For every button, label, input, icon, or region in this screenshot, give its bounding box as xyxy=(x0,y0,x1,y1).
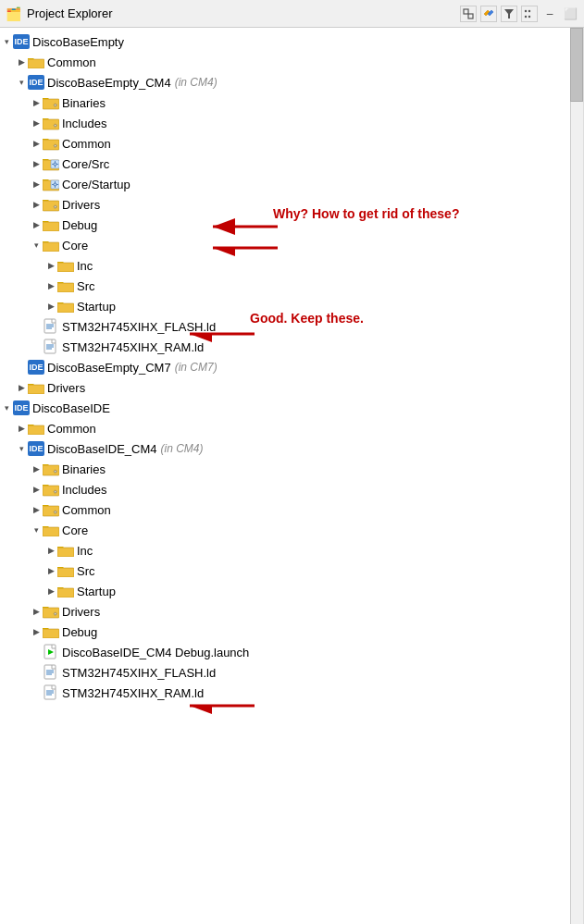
chevron-collapsed[interactable]: ▶ xyxy=(15,422,28,435)
node-label: Drivers xyxy=(62,198,100,212)
svg-point-33 xyxy=(55,206,56,208)
title-bar-title: Project Explorer xyxy=(27,6,112,20)
chevron-collapsed[interactable]: ▶ xyxy=(30,462,43,475)
chevron-collapsed[interactable]: ▶ xyxy=(15,381,28,394)
chevron-expanded[interactable]: ▾ xyxy=(15,442,28,455)
chevron-collapsed[interactable]: ▶ xyxy=(30,157,43,170)
svg-point-64 xyxy=(55,613,56,615)
tree-row-common-4[interactable]: ▶ Common xyxy=(0,499,583,520)
chevron-collapsed[interactable]: ▶ xyxy=(30,178,43,191)
tree-row-debug-1[interactable]: ▶ Debug xyxy=(0,215,583,235)
tree-row-disco-ide[interactable]: ▾IDEDiscoBaseIDE xyxy=(0,398,583,418)
tree-row-common-2[interactable]: ▶ Common xyxy=(0,133,583,154)
tree-row-core-2[interactable]: ▾ Core xyxy=(0,520,583,540)
chevron-expanded[interactable]: ▾ xyxy=(30,239,43,252)
title-bar: 🗂️ Project Explorer – ⬜ xyxy=(0,0,584,28)
tree-row-drivers-2[interactable]: ▶ Drivers xyxy=(0,377,583,398)
folder-icon xyxy=(43,625,59,638)
tree-row-startup-2[interactable]: ▶ Startup xyxy=(0,581,583,601)
tree-row-disco-cm7[interactable]: IDEDiscoBaseEmpty_CM7(in CM7) xyxy=(0,357,583,377)
chevron-closed[interactable] xyxy=(15,361,28,374)
tree-row-drivers-1[interactable]: ▶ Drivers xyxy=(0,194,583,215)
svg-marker-2 xyxy=(504,9,514,18)
chevron-expanded[interactable]: ▾ xyxy=(30,524,43,536)
gear-folder-icon xyxy=(43,196,59,213)
tree-row-drivers-3[interactable]: ▶ Drivers xyxy=(0,601,583,622)
chevron-collapsed[interactable]: ▶ xyxy=(15,55,28,68)
node-label: STM32H745XIHX_RAM.ld xyxy=(62,340,204,354)
node-label: STM32H745XIHX_RAM.ld xyxy=(62,686,204,700)
scrollbar-thumb[interactable] xyxy=(570,28,583,102)
tree-row-binaries-2[interactable]: ▶ Binaries xyxy=(0,459,583,479)
tree-row-flash-1[interactable]: STM32H745XIHX_FLASH.ld xyxy=(0,316,583,337)
tree-row-includes-2[interactable]: ▶ Includes xyxy=(0,479,583,499)
node-label: Core/Startup xyxy=(62,178,130,191)
gear-folder-icon xyxy=(43,603,59,620)
chevron-collapsed[interactable]: ▶ xyxy=(44,585,57,598)
menu-icon[interactable] xyxy=(521,6,538,22)
tree-row-debug-2[interactable]: ▶ Debug xyxy=(0,622,583,642)
node-label: Src xyxy=(77,564,95,578)
maximize-icon[interactable]: ⬜ xyxy=(562,6,578,22)
svg-rect-34 xyxy=(43,222,59,231)
filter-icon[interactable] xyxy=(501,6,517,22)
scrollbar[interactable] xyxy=(570,28,583,924)
chevron-collapsed[interactable]: ▶ xyxy=(30,117,43,129)
node-label: Debug xyxy=(62,625,97,639)
tree-row-inc-2[interactable]: ▶ Inc xyxy=(0,540,583,561)
node-label: STM32H745XIHX_FLASH.ld xyxy=(62,320,216,334)
tree-row-ram-2[interactable]: STM32H745XIHX_RAM.ld xyxy=(0,683,583,703)
chevron-collapsed[interactable]: ▶ xyxy=(44,300,57,313)
tree-row-flash-2[interactable]: STM32H745XIHX_FLASH.ld xyxy=(0,662,583,683)
tree-row-startup-1[interactable]: ▶ Startup xyxy=(0,296,583,316)
node-label: DiscoBaseIDE_CM4 Debug.launch xyxy=(62,646,249,659)
chevron-collapsed[interactable]: ▶ xyxy=(30,218,43,231)
node-label: Includes xyxy=(62,117,106,130)
tree-row-core-startup[interactable]: ▶ Core/Startup xyxy=(0,174,583,194)
folder-icon xyxy=(57,585,74,598)
minimize-icon[interactable]: – xyxy=(541,6,558,22)
folder-icon xyxy=(28,381,44,394)
tree-row-inc-1[interactable]: ▶ Inc xyxy=(0,255,583,276)
tree-row-includes-1[interactable]: ▶ Includes xyxy=(0,113,583,133)
node-label: Debug xyxy=(62,218,97,232)
link-editor-icon[interactable] xyxy=(480,6,497,22)
chevron-collapsed[interactable]: ▶ xyxy=(30,625,43,638)
tree-row-disco-ide-cm4[interactable]: ▾IDEDiscoBaseIDE_CM4(in CM4) xyxy=(0,438,583,459)
tree-row-disco-base-empty[interactable]: ▾IDEDiscoBaseEmpty xyxy=(0,31,583,52)
chevron-expanded[interactable]: ▾ xyxy=(15,76,28,89)
folder-icon xyxy=(57,279,74,292)
chevron-collapsed[interactable]: ▶ xyxy=(30,96,43,109)
collapse-all-icon[interactable] xyxy=(460,6,477,22)
tree-row-core-src[interactable]: ▶ Core/Src xyxy=(0,154,583,174)
tree-row-core-1[interactable]: ▾ Core xyxy=(0,235,583,255)
chevron-expanded[interactable]: ▾ xyxy=(0,401,13,414)
tree-row-src-1[interactable]: ▶ Src xyxy=(0,276,583,296)
tree-row-disco-cm4[interactable]: ▾IDEDiscoBaseEmpty_CM4(in CM4) xyxy=(0,72,583,92)
svg-point-54 xyxy=(55,491,56,493)
tree-row-debug-launch[interactable]: DiscoBaseIDE_CM4 Debug.launch xyxy=(0,642,583,662)
tree-row-common-1[interactable]: ▶ Common xyxy=(0,52,583,72)
node-label: DiscoBaseEmpty_CM4 xyxy=(47,76,171,90)
tree-container: ▾IDEDiscoBaseEmpty▶ Common▾IDEDiscoBaseE… xyxy=(0,28,584,924)
tree-row-binaries-1[interactable]: ▶ Binaries xyxy=(0,92,583,113)
tree-row-src-2[interactable]: ▶ Src xyxy=(0,561,583,581)
tree-row-ram-1[interactable]: STM32H745XIHX_RAM.ld xyxy=(0,337,583,357)
chevron-expanded[interactable]: ▾ xyxy=(0,35,13,48)
node-label: DiscoBaseEmpty xyxy=(32,35,124,49)
chevron-collapsed[interactable]: ▶ xyxy=(44,564,57,577)
chevron-collapsed[interactable]: ▶ xyxy=(44,544,57,557)
node-label: Src xyxy=(77,279,95,293)
chevron-collapsed[interactable]: ▶ xyxy=(30,605,43,618)
chevron-collapsed[interactable]: ▶ xyxy=(44,259,57,272)
node-label-suffix: (in CM7) xyxy=(175,361,217,374)
chevron-collapsed[interactable]: ▶ xyxy=(30,503,43,516)
chevron-collapsed[interactable]: ▶ xyxy=(30,198,43,211)
svg-rect-1 xyxy=(468,14,473,18)
chevron-collapsed[interactable]: ▶ xyxy=(44,279,57,292)
tree-row-common-3[interactable]: ▶ Common xyxy=(0,418,583,438)
chevron-collapsed[interactable]: ▶ xyxy=(30,483,43,496)
svg-rect-59 xyxy=(57,548,74,557)
chevron-collapsed[interactable]: ▶ xyxy=(30,137,43,150)
svg-rect-7 xyxy=(28,59,44,68)
